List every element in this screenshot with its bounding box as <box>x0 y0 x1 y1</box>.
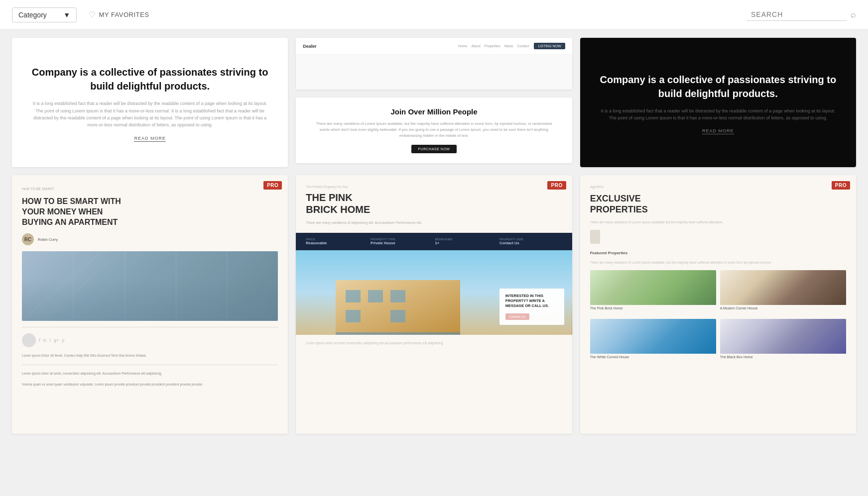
header-right: ⌕ <box>747 8 856 21</box>
filter-size-value: Contact Us <box>499 241 562 245</box>
card-dealer-nav[interactable]: Dealer Home About Properties News Contac… <box>296 38 572 90</box>
pro-badge-5: PRO <box>263 181 282 190</box>
template-grid: Company is a collective of passionates s… <box>0 30 868 442</box>
feat-label: Featured Properties <box>590 251 846 255</box>
article-title: HOW TO BE SMART WITH YOUR MONEY WHEN BUY… <box>22 197 131 227</box>
nav-home: Home <box>458 44 468 48</box>
filter-price: Price Reasonable <box>306 238 369 245</box>
card1-title: Company is a collective of passionates s… <box>30 65 270 93</box>
heart-icon: ♡ <box>89 10 96 19</box>
card-join-over[interactable]: Join Over Million People There are many … <box>296 98 572 163</box>
jom-body: There are many variations of Lorem Ipsum… <box>311 121 557 139</box>
filter-beds: Bedrooms 1+ <box>435 238 497 245</box>
author-row: RC Robin Curry <box>22 233 278 245</box>
favorites-label: MY FAVORITES <box>99 11 149 18</box>
card-exclusive-props[interactable]: PRO AgentPro EXCLUSIVEPROPERTIES There a… <box>580 175 856 434</box>
card-pro-blog[interactable]: PRO HoW TO BE SMART HOW TO BE SMART WITH… <box>12 175 288 434</box>
svg-rect-2 <box>22 251 278 321</box>
search-input[interactable] <box>747 8 847 21</box>
jom-title: Join Over Million People <box>390 107 477 116</box>
header-left: Category ▼ ♡ MY FAVORITES <box>12 7 149 22</box>
card1-body: It is a long established fact that a rea… <box>30 100 270 129</box>
card6-bottom-text: Lorem ipsum dolor sit amet consectetur a… <box>306 341 562 346</box>
svg-rect-8 <box>346 310 361 322</box>
card6-meta: The Perfect Property For You <box>306 185 562 189</box>
divider-1 <box>22 327 278 327</box>
prop-pink-brick[interactable]: The Pink Brick Home <box>590 270 716 315</box>
pro-badge-7: PRO <box>832 181 850 190</box>
property-image: INTERESTED IN THIS PROPERTY? WRITE A MES… <box>296 250 572 335</box>
article-body-1: Lorem ipsum Dolor Sit Amet, Conetur Adip… <box>22 353 278 358</box>
card6-top: The Perfect Property For You THE PINKBRI… <box>296 175 572 233</box>
pinterest-icon[interactable]: p <box>62 338 64 343</box>
svg-rect-4 <box>336 280 460 335</box>
prop-name-1: The Pink Brick Home <box>590 306 716 310</box>
favorites-button[interactable]: ♡ MY FAVORITES <box>89 10 149 19</box>
twitter-icon[interactable]: t <box>50 338 51 343</box>
card2-navlinks: Home About Properties News Contact <box>458 44 529 48</box>
prop-img-pink <box>590 270 716 305</box>
svg-rect-7 <box>390 290 405 302</box>
prop-black-box[interactable]: The Black Box Home <box>720 319 846 364</box>
building-image <box>22 251 278 321</box>
card2-brand: Dealer <box>303 44 317 49</box>
excl-body: There are many variations of Lorem Ipsum… <box>590 220 846 225</box>
contact-btn[interactable]: Contact Us <box>505 313 529 320</box>
card1-read-more[interactable]: READ MORE <box>134 136 166 142</box>
app-label: AgentPro <box>590 185 846 189</box>
author-name: Robin Curry <box>38 237 58 242</box>
category-label: Category <box>18 11 47 19</box>
icon-placeholder <box>590 230 600 244</box>
prop-modern-corner[interactable]: A Modern Corner House <box>720 270 846 315</box>
card6-bottom: Lorem ipsum dolor sit amet consectetur a… <box>296 335 572 434</box>
author-avatar: RC <box>22 233 34 245</box>
filter-type-value: Private House <box>371 241 433 245</box>
svg-rect-5 <box>346 290 361 302</box>
card4-body: It is a long established fact that a rea… <box>598 107 838 122</box>
feat-desc: There are many variations of Lorem Ipsum… <box>590 260 846 265</box>
chevron-down-icon: ▼ <box>63 11 70 19</box>
search-icon[interactable]: ⌕ <box>851 9 856 20</box>
category-dropdown[interactable]: Category ▼ <box>12 7 77 22</box>
prop-name-4: The Black Box Home <box>720 355 846 359</box>
nav-properties: Properties <box>485 44 500 48</box>
nav-news: News <box>504 44 513 48</box>
prop-img-corner <box>720 270 846 305</box>
property-grid: The Pink Brick Home A Modern Corner Hous… <box>590 270 846 364</box>
card2-nav: Dealer Home About Properties News Contac… <box>296 38 572 55</box>
instagram-icon[interactable]: in <box>43 338 47 343</box>
contact-overlay: INTERESTED IN THIS PROPERTY? WRITE A MES… <box>499 289 564 324</box>
filter-beds-value: 1+ <box>435 241 497 245</box>
svg-rect-9 <box>390 310 405 322</box>
pro-badge-6: PRO <box>547 181 566 190</box>
filter-price-value: Reasonable <box>306 241 369 245</box>
middle-column-top: Dealer Home About Properties News Contac… <box>296 38 572 167</box>
prop-name-3: The White Curved House <box>590 355 716 359</box>
prop-img-curved <box>590 319 716 354</box>
contact-title: INTERESTED IN THIS PROPERTY? WRITE A MES… <box>505 294 558 308</box>
card6-desc: There are many variations of adipisicing… <box>306 220 562 226</box>
card-pink-brick[interactable]: PRO The Perfect Property For You THE PIN… <box>296 175 572 434</box>
card6-filter-banner: Price Reasonable Property Type Private H… <box>296 233 572 250</box>
article-body-2: Lorem ipsum dolor sit amet, consectetur … <box>22 371 278 376</box>
card-dark-hero[interactable]: Company is a collective of passionates s… <box>580 38 856 167</box>
building-svg <box>22 251 278 321</box>
facebook-icon[interactable]: f <box>39 338 40 343</box>
svg-rect-10 <box>336 332 460 335</box>
prop-name-2: A Modern Corner House <box>720 306 846 310</box>
excl-title: EXCLUSIVEPROPERTIES <box>590 194 846 215</box>
filter-type: Property Type Private House <box>371 238 433 245</box>
card-white-hero[interactable]: Company is a collective of passionates s… <box>12 38 288 167</box>
card4-read-more[interactable]: READ MORE <box>702 128 734 134</box>
google-icon[interactable]: g+ <box>54 338 59 343</box>
social-placeholder <box>22 333 36 347</box>
card2-cta-btn[interactable]: LISTING NOW <box>534 43 565 49</box>
header: Category ▼ ♡ MY FAVORITES ⌕ <box>0 0 868 30</box>
jom-purchase-btn[interactable]: PURCHASE NOW <box>411 145 457 153</box>
article-meta: HoW TO BE SMART <box>22 187 278 191</box>
card2-body <box>296 55 572 90</box>
prop-img-black <box>720 319 846 354</box>
social-row: f in t g+ p <box>22 333 278 347</box>
nav-contact: Contact <box>517 44 529 48</box>
prop-white-curved[interactable]: The White Curved House <box>590 319 716 364</box>
